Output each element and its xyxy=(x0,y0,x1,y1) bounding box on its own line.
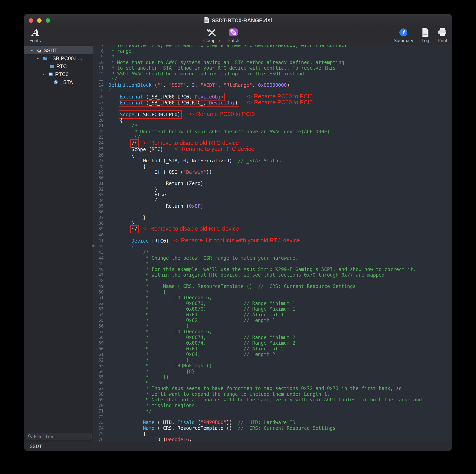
code-line-29[interactable]: 29 If (_OSI ("Darwin")) xyxy=(93,169,452,175)
code-line-65[interactable]: 65 * }) xyxy=(93,374,452,380)
code-line-8[interactable]: 8 * range. xyxy=(93,48,452,54)
code-line-30[interactable]: 30 { xyxy=(93,175,452,181)
code-line-52[interactable]: 52 * 0x0070, // Range Minimum 1 xyxy=(93,301,452,306)
code-line-18[interactable]: 18 xyxy=(93,106,452,112)
summary-button[interactable]: i Summary xyxy=(394,27,413,43)
line-number: 7 xyxy=(93,45,106,48)
sidebar-item-sb-pc00-l[interactable]: _SB.PC00.L... xyxy=(24,54,93,62)
fonts-label: Fonts xyxy=(29,38,41,43)
code-line-57[interactable]: 57 * IO (Decode16, xyxy=(93,329,452,335)
code-line-71[interactable]: 71 */ xyxy=(93,408,452,414)
code-line-33[interactable]: 33 Else xyxy=(93,192,452,198)
sidebar-item-ssdt[interactable]: SSDT xyxy=(24,46,93,54)
info-icon: i xyxy=(399,27,408,38)
sidebar-item-rtc0[interactable]: RTC0 xyxy=(24,70,93,78)
code-line-39[interactable]: 39 */<- Remove to disable old RTC device xyxy=(93,226,452,232)
code-line-42[interactable]: 42 { xyxy=(93,244,452,250)
code-line-50[interactable]: 50 * { xyxy=(93,289,452,295)
line-number: 9 xyxy=(93,54,106,60)
chevron-down-icon[interactable] xyxy=(35,56,40,61)
code-line-12[interactable]: 12 * SSDT-AWAC should be removed and ins… xyxy=(93,71,452,77)
sidebar-item-sta[interactable]: _STA xyxy=(24,78,93,86)
code-line-22[interactable]: 22 * Uncomment below if your ACPI doesn'… xyxy=(93,129,452,135)
pane-splitter-handle[interactable] xyxy=(92,245,95,247)
code-line-66[interactable]: 66 * xyxy=(93,380,452,386)
code-line-43[interactable]: 43 /* xyxy=(93,250,452,255)
code-line-47[interactable]: 47 * Within the original RTC device, we … xyxy=(93,272,452,278)
code-line-9[interactable]: 9 * xyxy=(93,54,452,60)
sidebar-item-rtc[interactable]: RTC xyxy=(24,62,93,70)
code-line-56[interactable]: 56 * ) xyxy=(93,323,452,329)
code-line-68[interactable]: 68 * we'll want to expand the range to i… xyxy=(93,391,452,397)
close-button[interactable] xyxy=(29,18,33,23)
minimize-button[interactable] xyxy=(37,18,42,23)
line-number: 50 xyxy=(93,289,106,295)
code-line-49[interactable]: 49 * Name (_CRS, ResourceTemplate () // … xyxy=(93,284,452,289)
code-line-36[interactable]: 36 } xyxy=(93,209,452,215)
code-line-72[interactable]: 72 xyxy=(93,414,452,420)
code-line-44[interactable]: 44 * Change the below _CSR range to matc… xyxy=(93,255,452,261)
chevron-down-icon[interactable] xyxy=(29,48,34,52)
code-line-37[interactable]: 37 } xyxy=(93,215,452,220)
code-line-46[interactable]: 46 * For this example, we'll use the Asu… xyxy=(93,267,452,272)
zoom-button[interactable] xyxy=(46,18,50,23)
print-button[interactable]: Print xyxy=(438,27,447,43)
code-line-53[interactable]: 53 * 0x0070, // Range Maximum 1 xyxy=(93,306,452,312)
compile-button[interactable]: Compile xyxy=(203,27,220,43)
code-text xyxy=(106,232,108,238)
code-line-59[interactable]: 59 * 0x0074, // Range Maximum 2 xyxy=(93,340,452,346)
code-line-73[interactable]: 73 Name (_HID, EisaId ("PNP0B00")) // _H… xyxy=(93,420,452,425)
code-line-31[interactable]: 31 Return (Zero) xyxy=(93,181,452,186)
code-line-69[interactable]: 69 * Note that not all boards will be th… xyxy=(93,397,452,403)
code-line-62[interactable]: 62 * ) xyxy=(93,357,452,363)
code-line-34[interactable]: 34 { xyxy=(93,198,452,203)
window-title: SSDT-RTC0-RANGE.dsl xyxy=(212,17,272,24)
filter-tree-input[interactable] xyxy=(34,434,89,439)
code-line-75[interactable]: 75 { xyxy=(93,431,452,437)
code-line-51[interactable]: 51 * IO (Decode16, xyxy=(93,295,452,301)
code-line-54[interactable]: 54 * 0x01, // Alignment 1 xyxy=(93,312,452,318)
code-line-10[interactable]: 10 * Note that due to AWAC systems havin… xyxy=(93,60,452,66)
code-line-27[interactable]: 27 Method (_STA, 0, NotSerialized) // _S… xyxy=(93,158,452,164)
code-line-14[interactable]: 14DefinitionBlock ("", "SSDT", 2, "ACDT"… xyxy=(93,82,452,88)
code-line-35[interactable]: 35 Return (0x0F) xyxy=(93,203,452,209)
code-line-20[interactable]: 20 { xyxy=(93,118,452,123)
line-number: 71 xyxy=(93,408,106,414)
code-line-19[interactable]: 19 Scope (_SB.PC00.LPC0)<- Rename PC00 t… xyxy=(93,111,452,118)
code-line-61[interactable]: 61 * 0x04, // Length 2 xyxy=(93,352,452,357)
code-line-25[interactable]: 25 Scope (RTC)<- Rename to your RTC devi… xyxy=(93,146,452,152)
code-line-23[interactable]: 23 */ xyxy=(93,135,452,140)
code-line-64[interactable]: 64 * {8} xyxy=(93,369,452,374)
line-number: 38 xyxy=(93,220,106,226)
code-line-63[interactable]: 63 * IRQNoFlags () xyxy=(93,363,452,369)
code-line-67[interactable]: 67 * Though Asus seems to have forgotten… xyxy=(93,386,452,391)
code-line-38[interactable]: 38 } xyxy=(93,220,452,226)
code-line-70[interactable]: 70 * missing regions. xyxy=(93,403,452,408)
code-line-7[interactable]: 7 * To resolve this, we'll want to creat… xyxy=(93,45,452,48)
print-label: Print xyxy=(438,38,447,43)
code-line-32[interactable]: 32 } xyxy=(93,186,452,192)
code-line-17[interactable]: 17 External (_SB_.PC00.LPC0.RTC_, Device… xyxy=(93,100,452,106)
code-line-55[interactable]: 55 * 0x02, // Length 1 xyxy=(93,318,452,323)
chevron-down-icon[interactable] xyxy=(41,72,46,76)
code-line-16[interactable]: 16 External (_SB_.PC00.LPC0, DeviceObj)<… xyxy=(93,94,452,100)
code-line-15[interactable]: 15{ xyxy=(93,88,452,94)
fonts-button[interactable]: A Fonts xyxy=(26,27,44,43)
code-line-40[interactable]: 40 xyxy=(93,232,452,238)
code-line-11[interactable]: 11 * to set another _STA method in your … xyxy=(93,65,452,71)
patch-button[interactable]: Patch xyxy=(228,27,239,43)
code-line-26[interactable]: 26 { xyxy=(93,152,452,158)
code-line-13[interactable]: 13 */ xyxy=(93,77,452,82)
code-line-74[interactable]: 74 Name (_CRS, ResourceTemplate () // _C… xyxy=(93,425,452,431)
code-line-60[interactable]: 60 * 0x01, // Alignment 2 xyxy=(93,346,452,352)
code-line-76[interactable]: 76 IO (Decode16, xyxy=(93,437,452,442)
code-line-45[interactable]: 45 * xyxy=(93,261,452,267)
editor-pane[interactable]: 7 * To resolve this, we'll want to creat… xyxy=(93,45,452,442)
code-line-48[interactable]: 48 * xyxy=(93,278,452,284)
log-button[interactable]: Log xyxy=(422,27,429,43)
code-line-28[interactable]: 28 { xyxy=(93,164,452,169)
code-line-41[interactable]: 41 Device (RTC0)<- Rename if it conflict… xyxy=(93,238,452,244)
code-line-24[interactable]: 24 /*<- Remove to disable old RTC device xyxy=(93,140,452,146)
code-line-58[interactable]: 58 * 0x0074, // Range Minimum 2 xyxy=(93,335,452,340)
code-line-21[interactable]: 21 /* xyxy=(93,123,452,129)
